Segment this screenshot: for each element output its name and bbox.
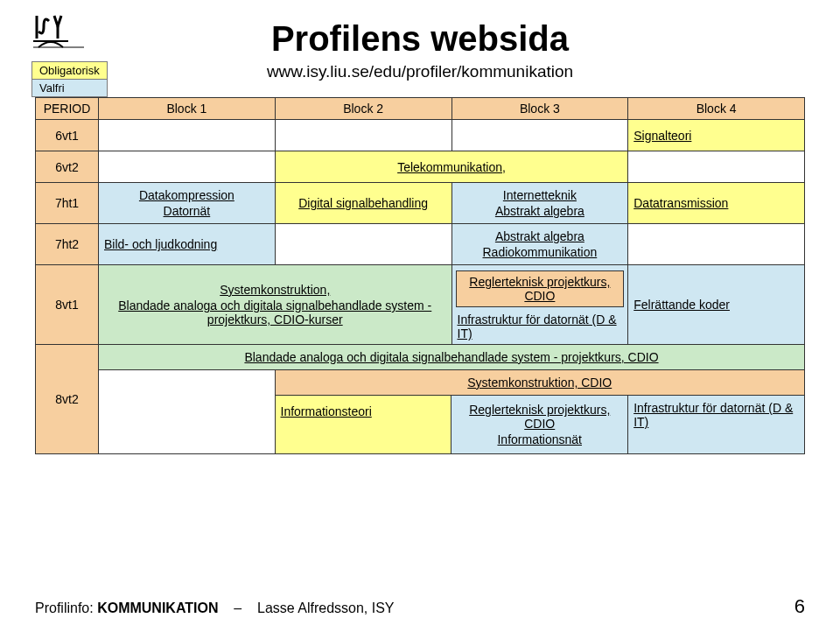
course-radiokomm[interactable]: Radiokommunikation [458, 245, 623, 259]
course-digital-signal[interactable]: Digital signalbehandling [298, 196, 428, 210]
th-b4: Block 4 [628, 98, 805, 120]
cell: Datakompression Datornät [99, 183, 276, 224]
th-period: PERIOD [36, 98, 99, 120]
cell: Internetteknik Abstrakt algebra [452, 183, 628, 224]
cell: Signalteori [628, 120, 805, 151]
sub-reglerteknisk: Reglerteknisk projektkurs, CDIO [456, 270, 625, 307]
course-informationsnat[interactable]: Informationsnät [457, 432, 622, 446]
legend-valfri: Valfri [32, 80, 107, 96]
course-reglerteknisk[interactable]: Reglerteknisk projektkurs, CDIO [469, 275, 610, 303]
period-7ht2: 7ht2 [36, 224, 99, 265]
course-abstrakt2[interactable]: Abstrakt algebra [458, 229, 623, 243]
cell: Reglerteknisk projektkurs, CDIO Infrastr… [452, 265, 628, 345]
cell: Bild- och ljudkodning [99, 224, 276, 265]
th-b1: Block 1 [99, 98, 276, 120]
period-8vt1: 8vt1 [36, 265, 99, 345]
course-systemkonstruktion-cdio[interactable]: Systemkonstruktion, CDIO [467, 376, 612, 390]
cell [275, 120, 452, 151]
course-informationsteori[interactable]: Informationsteori [281, 404, 372, 418]
cell: Felrättande koder [628, 265, 805, 345]
cell: Telekommunikation, [275, 151, 628, 183]
footer-profilinfo-label: Profilinfo: [35, 600, 94, 615]
period-8vt2: 8vt2 [36, 345, 99, 454]
course-blandade-full[interactable]: Blandade analoga och digitala signalbeha… [244, 350, 658, 364]
footer: Profilinfo: KOMMUNIKATION – Lasse Alfred… [35, 595, 805, 618]
cell: Abstrakt algebra Radiokommunikation [452, 224, 628, 265]
course-signalteori[interactable]: Signalteori [634, 129, 691, 143]
cell: Blandade analoga och digitala signalbeha… [99, 345, 805, 454]
cell: Datatransmission [628, 183, 805, 224]
course-infrastruktur2[interactable]: Infrastruktur för datornät (D & IT) [634, 401, 793, 429]
legend-box: Obligatorisk Valfri [32, 61, 108, 97]
logo-icon [32, 12, 102, 54]
course-datatransmission[interactable]: Datatransmission [634, 196, 728, 210]
page-title: Profilens websida [35, 19, 805, 59]
course-datakompression[interactable]: Datakompression [104, 188, 270, 202]
course-infrastruktur[interactable]: Infrastruktur för datornät (D & IT) [458, 312, 617, 341]
cell: Digital signalbehandling [275, 183, 452, 224]
course-abstrakt1[interactable]: Abstrakt algebra [458, 204, 623, 218]
footer-profilinfo-value: KOMMUNIKATION [97, 600, 218, 615]
legend-obligatorisk: Obligatorisk [32, 62, 107, 80]
schedule-table: PERIOD Block 1 Block 2 Block 3 Block 4 6… [35, 97, 805, 454]
course-reglerteknisk2[interactable]: Reglerteknisk projektkurs, CDIO [457, 403, 622, 431]
page-number: 6 [794, 595, 805, 618]
cell [628, 151, 805, 183]
course-internetteknik[interactable]: Internetteknik [458, 188, 623, 202]
course-systemkonstruktion[interactable]: Systemkonstruktion, [104, 283, 446, 297]
cell [99, 120, 276, 151]
cell: Systemkonstruktion, Blandade analoga och… [99, 265, 452, 345]
footer-sep: – [234, 600, 242, 615]
course-bild-ljud[interactable]: Bild- och ljudkodning [104, 237, 217, 251]
cell [275, 224, 452, 265]
cell [99, 151, 276, 183]
th-b2: Block 2 [275, 98, 452, 120]
course-telekom[interactable]: Telekommunikation, [397, 160, 506, 174]
period-7ht1: 7ht1 [36, 183, 99, 224]
course-felrattande[interactable]: Felrättande koder [634, 298, 730, 312]
period-6vt1: 6vt1 [36, 120, 99, 151]
course-blandade-cdio-kurser[interactable]: Blandade analoga och digitala signalbeha… [104, 298, 446, 327]
cell [452, 120, 628, 151]
course-datornat[interactable]: Datornät [104, 204, 270, 218]
period-6vt2: 6vt2 [36, 151, 99, 183]
cell [628, 224, 805, 265]
th-b3: Block 3 [452, 98, 628, 120]
page-url: www.isy.liu.se/edu/profiler/kommunikatio… [35, 62, 805, 81]
footer-author: Lasse Alfredsson, ISY [257, 600, 395, 615]
